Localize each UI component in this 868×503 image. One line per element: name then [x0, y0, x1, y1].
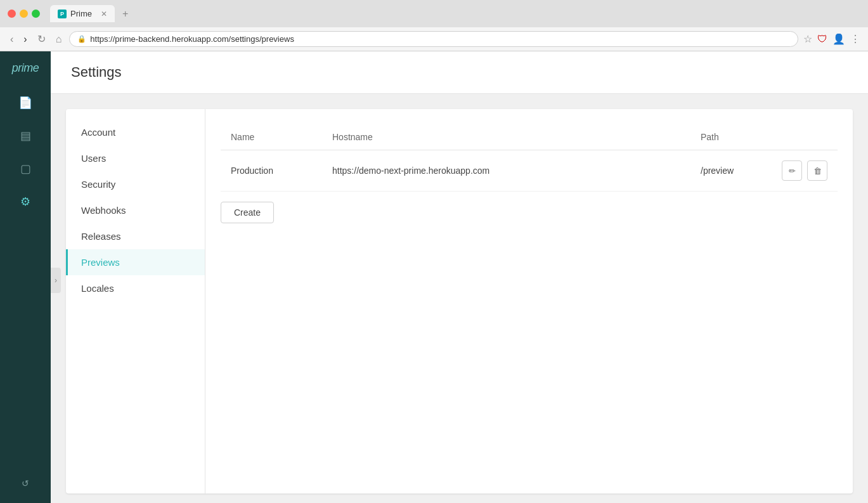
browser-dots [8, 10, 40, 18]
delete-row-button[interactable]: 🗑 [807, 160, 827, 181]
create-button[interactable]: Create [221, 202, 274, 223]
tab-close-button[interactable]: ✕ [101, 10, 107, 18]
page-header: Settings [51, 51, 868, 94]
settings-icon: ⚙ [20, 195, 30, 209]
cell-name: Production [231, 166, 332, 176]
list-icon: ▤ [20, 129, 31, 143]
app-logo: prime [12, 62, 39, 75]
minimize-dot[interactable] [20, 10, 28, 18]
url-text: https://prime-backend.herokuapp.com/sett… [90, 34, 294, 44]
browser-action-buttons: ☆ 🛡 👤 ⋮ [803, 33, 860, 45]
settings-nav-previews[interactable]: Previews [66, 249, 205, 275]
table-header: Name Hostname Path [221, 124, 838, 150]
page-title: Settings [71, 64, 848, 81]
settings-nav: Account Users Security Webhooks Releases… [66, 109, 205, 493]
sidebar-collapse-arrow[interactable]: › [51, 268, 61, 293]
browser-chrome: P Prime ✕ + ‹ › ↻ ⌂ 🔒 https://prime-back… [0, 0, 868, 51]
back-button[interactable]: ‹ [8, 32, 16, 46]
forward-button[interactable]: › [21, 32, 29, 46]
profile-button[interactable]: 👤 [832, 33, 845, 45]
settings-nav-webhooks[interactable]: Webhooks [66, 197, 205, 223]
cell-path-actions: /preview ✏ 🗑 [701, 160, 827, 181]
sidebar-item-document[interactable]: 📄 [10, 88, 41, 118]
settings-inner: Account Users Security Webhooks Releases… [66, 109, 853, 493]
new-tab-button[interactable]: + [122, 8, 128, 20]
edit-row-button[interactable]: ✏ [782, 160, 802, 181]
sidebar-item-list[interactable]: ▤ [10, 121, 41, 151]
maximize-dot[interactable] [32, 10, 40, 18]
cell-path-value: /preview [701, 166, 777, 176]
settings-nav-locales[interactable]: Locales [66, 275, 205, 301]
table-row: Production https://demo-next-prime.herok… [221, 150, 838, 192]
bookmark-button[interactable]: ☆ [803, 33, 812, 45]
trash-icon: 🗑 [813, 166, 822, 176]
home-button[interactable]: ⌂ [53, 32, 65, 46]
settings-nav-users[interactable]: Users [66, 145, 205, 171]
tab-favicon: P [58, 10, 67, 18]
browser-tab[interactable]: P Prime ✕ [50, 5, 115, 22]
sidebar-item-terminal[interactable]: ▢ [10, 154, 41, 184]
edit-icon: ✏ [789, 166, 796, 176]
sidebar-item-settings[interactable]: ⚙ [10, 186, 41, 217]
col-header-hostname: Hostname [332, 132, 701, 142]
ssl-icon: 🔒 [77, 35, 86, 43]
refresh-button[interactable]: ↻ [35, 32, 48, 46]
app-container: prime 📄 ▤ ▢ ⚙ ↺ › Settings Account [0, 51, 868, 503]
menu-button[interactable]: ⋮ [850, 33, 860, 45]
refresh-icon: ↺ [22, 478, 29, 488]
terminal-icon: ▢ [20, 162, 31, 176]
sidebar: prime 📄 ▤ ▢ ⚙ ↺ [0, 51, 51, 503]
col-header-path: Path [701, 132, 827, 142]
browser-titlebar: P Prime ✕ + [0, 0, 868, 27]
settings-nav-releases[interactable]: Releases [66, 223, 205, 249]
cell-hostname: https://demo-next-prime.herokuapp.com [332, 166, 701, 176]
settings-container: Account Users Security Webhooks Releases… [51, 94, 868, 503]
main-content: › Settings Account Users Security Webhoo… [51, 51, 868, 503]
document-icon: 📄 [18, 96, 32, 110]
browser-toolbar: ‹ › ↻ ⌂ 🔒 https://prime-backend.herokuap… [0, 27, 868, 51]
settings-nav-security[interactable]: Security [66, 171, 205, 197]
tab-title: Prime [70, 9, 92, 18]
sidebar-collapse-button[interactable]: ↺ [10, 468, 41, 499]
address-bar[interactable]: 🔒 https://prime-backend.herokuapp.com/se… [69, 31, 798, 47]
col-header-name: Name [231, 132, 332, 142]
settings-content-area: Name Hostname Path Production https://de… [205, 109, 853, 493]
extension-shield-button[interactable]: 🛡 [817, 34, 827, 45]
settings-nav-account[interactable]: Account [66, 119, 205, 145]
close-dot[interactable] [8, 10, 16, 18]
